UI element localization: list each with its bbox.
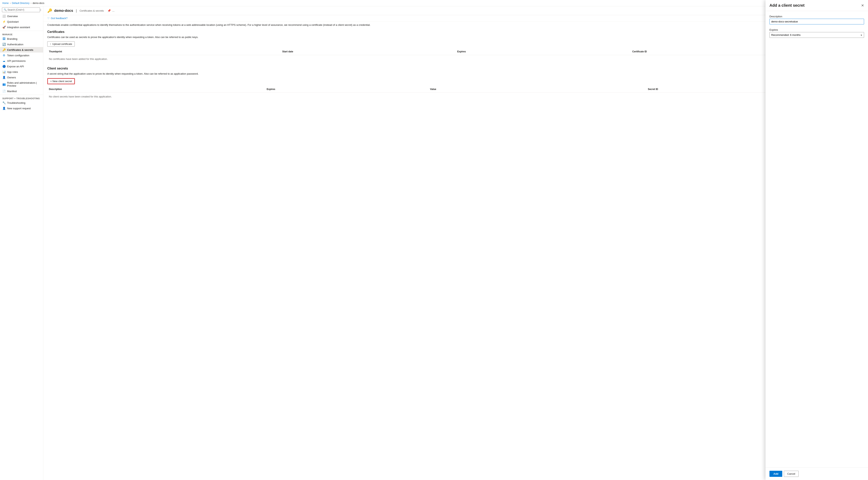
sidebar-item-app-roles-label: App roles	[7, 70, 18, 73]
panel-close-button[interactable]: ✕	[861, 6, 864, 8]
sidebar-item-owners[interactable]: 👤 Owners	[0, 75, 43, 80]
panel-expires-select[interactable]: Recommended: 6 months 3 months 12 months…	[770, 32, 864, 38]
secret-col-value: Value	[429, 87, 646, 91]
sidebar-collapse-btn[interactable]: «	[40, 9, 41, 11]
sidebar-item-integration-label: Integration assistant	[7, 26, 30, 29]
certificates-empty-message: No certificates have been added for this…	[47, 55, 864, 63]
sidebar-item-overview-label: Overview	[7, 15, 18, 18]
sidebar-item-manifest-label: Manifest	[7, 90, 17, 93]
client-secrets-empty-message: No client secrets have been created for …	[47, 93, 864, 100]
panel-description-input[interactable]	[770, 19, 864, 25]
search-icon: 🔍	[4, 8, 7, 11]
cert-col-thumbprint: Thumbprint	[47, 49, 281, 54]
secret-col-description: Description	[47, 87, 265, 91]
page-title: demo-docs	[54, 9, 73, 13]
authentication-icon: 🔄	[2, 43, 5, 46]
sidebar: 🔍 Search (Cmd+/) « ⬜ Overview ⚡ Quicksta…	[0, 6, 43, 480]
page-heading-icon: 🔑	[47, 8, 52, 13]
sidebar-item-expose-api-label: Expose an API	[7, 65, 24, 68]
certificates-table: Thumbprint Start date Expires Certificat…	[47, 48, 864, 63]
certificates-desc: Certificates can be used as secrets to p…	[47, 35, 864, 39]
sidebar-item-authentication[interactable]: 🔄 Authentication	[0, 41, 43, 47]
integration-icon: 🚀	[2, 26, 5, 29]
sidebar-item-certificates-label: Certificates & secrets	[7, 48, 33, 52]
sidebar-item-troubleshooting[interactable]: 🔧 Troubleshooting	[0, 100, 43, 106]
sidebar-item-certificates[interactable]: 🔑 Certificates & secrets	[0, 47, 43, 53]
breadcrumb-app: demo-docs	[33, 2, 44, 4]
new-client-secret-btn-wrapper: + New client secret	[47, 78, 75, 84]
panel-add-button[interactable]: Add	[770, 471, 782, 477]
sidebar-item-support-label: New support request	[7, 107, 31, 110]
sidebar-item-api-permissions[interactable]: ☁ API permissions	[0, 58, 43, 64]
feedback-bar[interactable]: ♡ Got feedback?	[43, 15, 868, 22]
token-config-icon: ⚙	[2, 54, 5, 57]
quickstart-icon: ⚡	[2, 20, 5, 23]
sidebar-item-token-config[interactable]: ⚙ Token configuration	[0, 53, 43, 58]
sidebar-nav: ⬜ Overview ⚡ Quickstart 🚀 Integration as…	[0, 13, 43, 480]
sidebar-item-integration[interactable]: 🚀 Integration assistant	[0, 25, 43, 30]
sidebar-item-support[interactable]: 👤 New support request	[0, 106, 43, 111]
search-placeholder: Search (Cmd+/)	[7, 8, 24, 11]
main-description: Credentials enable confidential applicat…	[43, 22, 868, 30]
sidebar-item-owners-label: Owners	[7, 76, 16, 79]
client-secrets-desc: A secret string that the application use…	[47, 72, 864, 76]
sidebar-item-quickstart-label: Quickstart	[7, 20, 19, 23]
app-roles-icon: 📊	[2, 70, 5, 73]
breadcrumb-home[interactable]: Home	[2, 2, 9, 4]
sidebar-item-roles-admin-label: Roles and administrators | Preview	[7, 81, 41, 87]
breadcrumb: Home › Default Directory › demo-docs	[0, 0, 868, 6]
overview-icon: ⬜	[2, 14, 5, 18]
upload-certificate-label: Upload certificate	[53, 42, 72, 45]
panel-description-field: Description	[770, 15, 864, 25]
support-section-label: Support + Troubleshooting	[0, 96, 43, 100]
certificates-table-header: Thumbprint Start date Expires Certificat…	[47, 48, 864, 55]
sidebar-item-quickstart[interactable]: ⚡ Quickstart	[0, 19, 43, 25]
sidebar-item-roles-admin[interactable]: 👥 Roles and administrators | Preview	[0, 80, 43, 89]
search-input[interactable]: 🔍 Search (Cmd+/)	[2, 7, 40, 12]
client-secrets-title: Client secrets	[47, 67, 864, 70]
client-secrets-section: Client secrets A secret string that the …	[43, 67, 868, 104]
heading-actions: 📌 ...	[107, 9, 115, 12]
panel-expires-select-wrapper: Recommended: 6 months 3 months 12 months…	[770, 32, 864, 38]
panel-footer: Add Cancel	[766, 468, 868, 480]
breadcrumb-directory[interactable]: Default Directory	[12, 2, 29, 4]
feedback-text: Got feedback?	[51, 17, 68, 20]
breadcrumb-sep-1: ›	[10, 2, 11, 4]
sidebar-item-app-roles[interactable]: 📊 App roles	[0, 69, 43, 75]
upload-certificate-button[interactable]: ↑ Upload certificate	[47, 41, 75, 47]
sidebar-item-token-config-label: Token configuration	[7, 54, 29, 57]
expose-api-icon: 🔵	[2, 65, 5, 68]
content-area: 🔑 demo-docs | Certificates & secrets 📌 .…	[43, 6, 868, 480]
panel-body: Description Expires Recommended: 6 month…	[766, 11, 868, 468]
panel-title: Add a client secret	[770, 6, 805, 8]
manifest-icon: 📄	[2, 90, 5, 93]
page-title-separator: |	[76, 9, 77, 13]
panel-cancel-button[interactable]: Cancel	[784, 471, 799, 477]
sidebar-item-overview[interactable]: ⬜ Overview	[0, 13, 43, 19]
sidebar-item-expose-api[interactable]: 🔵 Expose an API	[0, 64, 43, 69]
secret-col-expires: Expires	[265, 87, 429, 91]
sidebar-item-api-permissions-label: API permissions	[7, 60, 26, 62]
panel-expires-field: Expires Recommended: 6 months 3 months 1…	[770, 28, 864, 38]
add-client-secret-panel: Add a client secret ✕ Description Expire…	[766, 6, 868, 480]
more-icon[interactable]: ...	[112, 9, 115, 12]
pin-icon[interactable]: 📌	[107, 9, 111, 12]
sidebar-search-row: 🔍 Search (Cmd+/) «	[0, 6, 43, 13]
client-secrets-table-header: Description Expires Value Secret ID	[47, 86, 864, 93]
divider-manage	[0, 31, 43, 31]
sidebar-item-branding[interactable]: 🖼 Branding	[0, 36, 43, 41]
new-client-secret-button[interactable]: + New client secret	[48, 78, 74, 84]
sidebar-item-troubleshooting-label: Troubleshooting	[7, 101, 25, 104]
certificates-section: Certificates Certificates can be used as…	[43, 30, 868, 67]
sidebar-item-authentication-label: Authentication	[7, 43, 23, 46]
panel-header: Add a client secret ✕	[766, 6, 868, 11]
page-heading: 🔑 demo-docs | Certificates & secrets 📌 .…	[43, 6, 868, 15]
divider-support	[0, 95, 43, 95]
sidebar-item-manifest[interactable]: 📄 Manifest	[0, 89, 43, 94]
breadcrumb-sep-2: ›	[31, 2, 31, 4]
manage-section-label: Manage	[0, 32, 43, 36]
upload-icon: ↑	[50, 42, 51, 45]
certificates-icon: 🔑	[2, 48, 5, 52]
branding-icon: 🖼	[2, 37, 5, 40]
api-permissions-icon: ☁	[2, 59, 5, 62]
